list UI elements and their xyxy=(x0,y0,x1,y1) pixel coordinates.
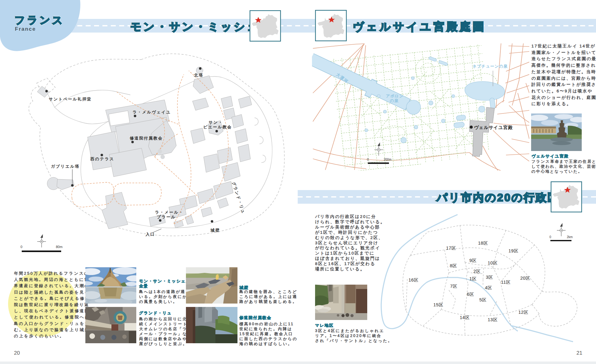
svg-text:16区: 16区 xyxy=(409,277,418,282)
svg-text:19区: 19区 xyxy=(508,248,518,253)
svg-text:7区: 7区 xyxy=(450,284,458,289)
svg-text:0: 0 xyxy=(367,158,369,161)
svg-text:17区: 17区 xyxy=(446,246,456,251)
svg-text:ネプチューンの泉: ネプチューンの泉 xyxy=(472,64,508,69)
svg-text:入口: 入口 xyxy=(145,232,155,237)
svg-text:0: 0 xyxy=(20,245,22,249)
svg-text:15区: 15区 xyxy=(433,302,443,307)
svg-text:ラ・メルヴェイユ: ラ・メルヴェイユ xyxy=(133,110,171,114)
svg-text:ガブリエル塔: ガブリエル塔 xyxy=(51,164,80,169)
svg-text:プラール: プラール xyxy=(157,215,176,219)
svg-text:ヴェルサイユ宮殿: ヴェルサイユ宮殿 xyxy=(474,125,512,130)
svg-text:0: 0 xyxy=(549,235,551,239)
svg-text:サン・: サン・ xyxy=(209,120,223,125)
svg-text:8区: 8区 xyxy=(450,263,457,268)
svg-text:ラ・メール・: ラ・メール・ xyxy=(155,210,183,215)
svg-text:80m: 80m xyxy=(56,245,62,249)
svg-text:6区: 6区 xyxy=(467,292,474,297)
svg-text:アポロン: アポロン xyxy=(386,94,404,98)
svg-text:9区: 9区 xyxy=(469,258,477,263)
svg-text:20区: 20区 xyxy=(520,276,530,281)
svg-text:グランド・リュ: グランド・リュ xyxy=(231,181,246,215)
svg-text:10区: 10区 xyxy=(488,260,498,265)
svg-text:4区: 4区 xyxy=(485,285,492,290)
svg-text:3区: 3区 xyxy=(486,275,493,280)
svg-text:サントペール礼拝堂: サントペール礼拝堂 xyxy=(49,97,92,101)
svg-text:14区: 14区 xyxy=(460,315,470,320)
svg-text:城壁: 城壁 xyxy=(210,228,220,233)
svg-text:の泉: の泉 xyxy=(390,98,399,103)
svg-text:北塔: 北塔 xyxy=(194,73,203,78)
svg-text:ピエール教会: ピエール教会 xyxy=(203,125,232,129)
svg-text:11区: 11区 xyxy=(501,280,511,285)
svg-text:修道院付属教会: 修道院付属教会 xyxy=(129,136,163,140)
svg-text:18区: 18区 xyxy=(478,241,488,246)
svg-text:5区: 5区 xyxy=(479,297,487,302)
svg-text:12区: 12区 xyxy=(518,310,528,315)
svg-text:1区: 1区 xyxy=(469,276,477,281)
svg-text:200m: 200m xyxy=(384,158,391,161)
svg-text:2km: 2km xyxy=(567,235,573,239)
svg-text:西のテラス: 西のテラス xyxy=(90,157,114,161)
svg-text:2区: 2区 xyxy=(473,269,481,274)
svg-text:13区: 13区 xyxy=(488,317,498,322)
